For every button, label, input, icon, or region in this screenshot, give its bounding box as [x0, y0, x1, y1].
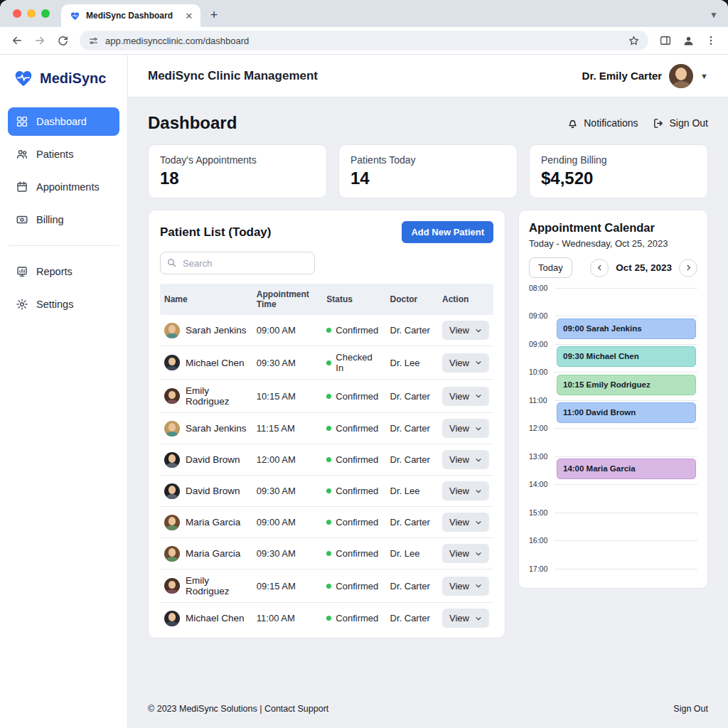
status-dot	[326, 584, 331, 589]
sidebar-item-dashboard[interactable]: Dashboard	[8, 107, 119, 136]
sidebar-item-patients[interactable]: Patients	[8, 140, 119, 168]
bookmark-star-icon[interactable]	[628, 35, 640, 47]
browser-menu-button[interactable]	[701, 31, 721, 50]
calendar-event[interactable]: 09:30 Michael Chen	[557, 346, 696, 367]
tab-search-chevron-icon[interactable]: ▼	[710, 10, 718, 20]
footer-copyright: © 2023 MediSync Solutions | Contact Supp…	[148, 704, 328, 714]
patient-avatar	[164, 421, 180, 437]
reload-button[interactable]	[53, 31, 73, 50]
column-header-time: Appointment Time	[252, 284, 323, 315]
view-button[interactable]: View	[442, 481, 489, 500]
view-button[interactable]: View	[442, 419, 489, 438]
browser-tab[interactable]: MediSync Dashboard ✕	[61, 4, 200, 27]
view-button[interactable]: View	[442, 387, 489, 406]
patient-name: Maria Garcia	[186, 517, 240, 528]
forward-button[interactable]	[30, 31, 50, 50]
column-header-status: Status	[322, 284, 385, 315]
new-tab-button[interactable]: +	[205, 6, 223, 24]
appointment-calendar-card: Appointment Calendar Today - Wednesday, …	[518, 210, 708, 589]
tab-title: MediSync Dashboard	[86, 11, 178, 21]
user-menu[interactable]: Dr. Emily Carter ▼	[582, 64, 708, 88]
patient-avatar	[164, 323, 180, 338]
sidebar-item-label: Billing	[36, 214, 64, 225]
chevron-right-icon	[685, 264, 692, 272]
settings-icon	[16, 298, 28, 311]
status-dot	[326, 520, 331, 525]
doctor-name: Dr. Carter	[386, 380, 439, 413]
status-dot	[326, 488, 331, 493]
column-header-action: Action	[438, 284, 493, 315]
patient-name: Emily Rodriguez	[186, 575, 248, 596]
chevron-left-icon	[596, 264, 604, 272]
time-label: 08:00	[529, 284, 552, 292]
brand-name: MediSync	[40, 70, 106, 87]
patient-name: Emily Rodriguez	[186, 385, 248, 407]
search-icon	[166, 257, 177, 268]
side-panel-button[interactable]	[655, 31, 675, 50]
patient-search	[160, 252, 315, 274]
view-button[interactable]: View	[442, 577, 489, 596]
stat-label: Today's Appointments	[160, 154, 315, 166]
table-row: Maria Garcia 09:00 AM Confirmed Dr. Cart…	[160, 507, 493, 538]
status-label: Confirmed	[336, 454, 378, 465]
patient-list-title: Patient List (Today)	[160, 225, 271, 240]
sidebar-item-appointments[interactable]: Appointments	[8, 173, 119, 201]
calendar-event[interactable]: 14:00 Maria Garcia	[557, 459, 696, 479]
calendar-event[interactable]: 11:00 David Brown	[557, 402, 696, 423]
minimize-window-button[interactable]	[27, 9, 36, 18]
patient-name: Sarah Jenkins	[186, 325, 247, 336]
today-button[interactable]: Today	[529, 257, 572, 278]
appointment-time: 09:00 AM	[252, 315, 323, 346]
status-label: Confirmed	[336, 517, 378, 528]
tab-close-icon[interactable]: ✕	[183, 11, 195, 21]
doctor-name: Dr. Carter	[386, 444, 439, 476]
notifications-button[interactable]: Notifications	[567, 117, 638, 129]
profile-button[interactable]	[678, 31, 698, 50]
sidebar-item-label: Patients	[36, 149, 73, 160]
chevron-down-icon	[475, 582, 482, 589]
address-bar[interactable]: app.medisyncclinic.com/dashboard	[80, 31, 648, 50]
view-button[interactable]: View	[442, 450, 489, 469]
calendar-next-button[interactable]	[679, 259, 697, 277]
doctor-name: Dr. Carter	[386, 413, 439, 444]
zoom-window-button[interactable]	[41, 9, 50, 18]
chevron-down-icon	[475, 615, 482, 622]
doctor-name: Dr. Carter	[386, 507, 439, 538]
time-label: 12:00	[529, 424, 552, 432]
view-button[interactable]: View	[442, 513, 489, 532]
calendar-event[interactable]: 09:00 Sarah Jenkins	[557, 318, 696, 339]
sidebar-item-billing[interactable]: Billing	[8, 205, 119, 234]
sign-out-button[interactable]: Sign Out	[653, 117, 708, 129]
calendar-event[interactable]: 10:15 Emily Rodriguez	[557, 375, 696, 395]
billing-icon	[16, 213, 28, 226]
stat-value: $4,520	[541, 168, 696, 188]
page-footer: © 2023 MediSync Solutions | Contact Supp…	[148, 694, 708, 719]
appointment-time: 09:30 AM	[252, 476, 323, 507]
sidebar-item-reports[interactable]: Reports	[8, 257, 119, 286]
appointment-time: 11:15 AM	[252, 413, 323, 444]
status-label: Confirmed	[336, 581, 378, 592]
url-text: app.medisyncclinic.com/dashboard	[105, 36, 621, 46]
site-info-icon[interactable]	[88, 36, 99, 46]
sidebar-item-settings[interactable]: Settings	[8, 290, 119, 318]
dashboard-icon	[16, 115, 28, 128]
stat-card-appointments: Today's Appointments 18	[148, 144, 327, 198]
calendar-prev-button[interactable]	[590, 259, 609, 277]
view-button[interactable]: View	[442, 353, 489, 373]
calendar-grid: 08:00 09:00 09:00 10:00 11:00 12:00 13:0…	[529, 288, 697, 577]
add-new-patient-button[interactable]: Add New Patient	[402, 221, 493, 243]
view-button[interactable]: View	[442, 609, 489, 628]
user-name: Dr. Emily Carter	[582, 70, 663, 82]
view-button[interactable]: View	[442, 321, 489, 340]
view-button[interactable]: View	[442, 544, 489, 563]
browser-tab-strip: MediSync Dashboard ✕ + ▼	[0, 0, 728, 27]
footer-sign-out-link[interactable]: Sign Out	[673, 704, 708, 714]
search-input[interactable]	[160, 252, 315, 274]
appointment-time: 09:30 AM	[252, 538, 323, 569]
table-row: Emily Rodriguez 09:15 AM Confirmed Dr. C…	[160, 569, 493, 603]
close-window-button[interactable]	[13, 9, 21, 18]
back-button[interactable]	[7, 31, 27, 50]
time-label: 17:00	[529, 564, 552, 573]
time-label: 09:00	[529, 311, 552, 320]
time-label: 11:00	[529, 396, 552, 405]
